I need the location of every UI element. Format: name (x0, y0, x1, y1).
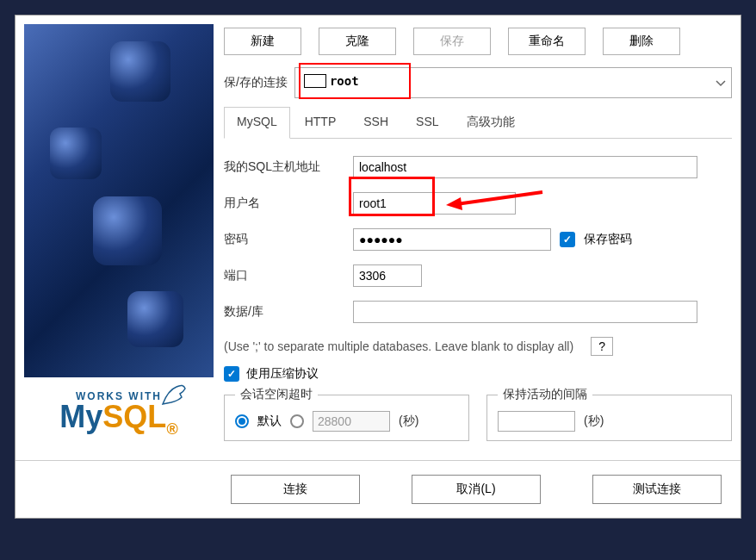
save-button[interactable]: 保存 (413, 28, 491, 55)
save-password-label: 保存密码 (584, 232, 632, 247)
delete-button[interactable]: 删除 (603, 28, 680, 55)
username-label: 用户名 (224, 196, 344, 211)
help-button[interactable]: ? (591, 337, 613, 356)
mysql-brand: MySQL® (59, 399, 177, 439)
tab-advanced[interactable]: 高级功能 (454, 107, 528, 138)
host-input[interactable] (353, 156, 697, 178)
compress-label: 使用压缩协议 (246, 366, 319, 382)
port-label: 端口 (224, 268, 344, 283)
saved-connection-value: root (330, 74, 359, 88)
rename-button[interactable]: 重命名 (508, 28, 586, 55)
new-button[interactable]: 新建 (224, 28, 301, 55)
connect-button[interactable]: 连接 (231, 475, 360, 504)
tab-mysql[interactable]: MySQL (224, 107, 290, 139)
bottom-bar: 连接 取消(L) 测试连接 (15, 460, 741, 518)
password-input[interactable] (353, 228, 551, 251)
saved-connection-select[interactable]: root (294, 67, 732, 98)
timeout-custom-radio[interactable] (290, 414, 304, 428)
connection-icon (304, 74, 326, 88)
test-button[interactable]: 测试连接 (592, 475, 722, 504)
highlight-box-1: root (299, 63, 411, 99)
keepalive-legend: 保持活动的间隔 (498, 387, 592, 402)
dolphin-icon (161, 382, 187, 411)
compress-checkbox[interactable]: ✓ (224, 366, 239, 382)
form-area: 我的SQL主机地址 用户名 密码 (224, 147, 732, 450)
timeout-default-radio[interactable] (235, 414, 249, 428)
keepalive-fieldset: 保持活动的间隔 (秒) (486, 387, 732, 441)
timeout-legend: 会话空闲超时 (235, 387, 318, 402)
clone-button[interactable]: 克隆 (319, 28, 396, 55)
host-label: 我的SQL主机地址 (224, 159, 344, 175)
tabs: MySQL HTTP SSH SSL 高级功能 (224, 107, 732, 139)
save-password-checkbox[interactable]: ✓ (560, 232, 575, 247)
timeout-fieldset: 会话空闲超时 默认 (秒) (224, 387, 469, 441)
database-input[interactable] (353, 301, 697, 323)
chevron-down-icon (716, 76, 726, 90)
tab-ssl[interactable]: SSL (403, 107, 451, 138)
timeout-default-label: 默认 (257, 414, 282, 429)
left-panel: WORKS WITH MySQL® (24, 24, 214, 451)
puzzle-image (24, 24, 214, 377)
mysql-logo: WORKS WITH MySQL® (24, 377, 214, 451)
password-label: 密码 (224, 232, 344, 247)
saved-connection-label: 保/存的连接 (224, 75, 288, 90)
timeout-input[interactable] (313, 411, 390, 432)
keepalive-unit: (秒) (584, 414, 604, 429)
tab-http[interactable]: HTTP (292, 107, 350, 138)
cancel-button[interactable]: 取消(L) (412, 475, 541, 504)
tab-ssh[interactable]: SSH (350, 107, 401, 138)
database-label: 数据/库 (224, 304, 344, 320)
right-panel: 新建 克隆 保存 重命名 删除 保/存的连接 root (224, 24, 732, 451)
hint-text: (Use ';' to separate multiple databases.… (224, 339, 573, 353)
connection-dialog: WORKS WITH MySQL® 新建 克隆 保存 重命名 删除 保/存的连接 (15, 15, 741, 519)
username-input[interactable] (353, 192, 516, 215)
keepalive-input[interactable] (498, 411, 575, 432)
timeout-unit: (秒) (399, 414, 418, 429)
port-input[interactable] (353, 264, 422, 287)
toolbar: 新建 克隆 保存 重命名 删除 (224, 24, 732, 59)
